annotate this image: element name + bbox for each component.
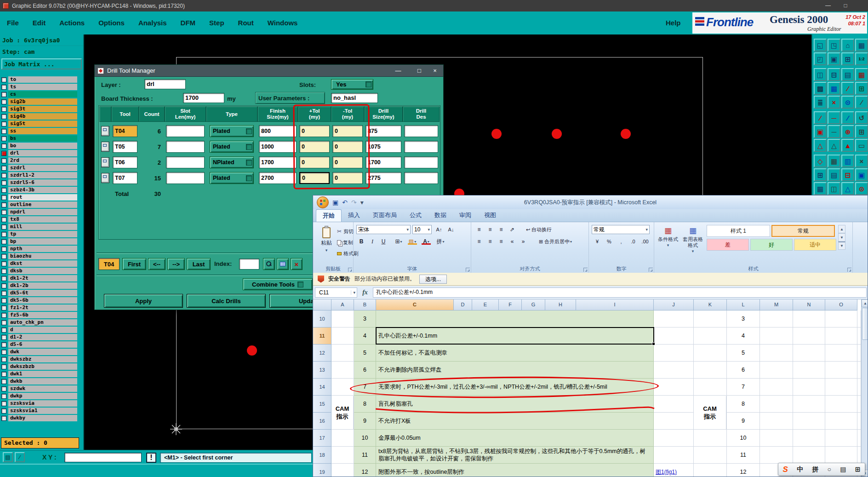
layer-row-d[interactable]: d [0,326,84,333]
plus-tol-input[interactable]: 0 [299,125,330,137]
cell-O16[interactable] [825,413,857,430]
gallery-more-icon[interactable]: ▼ [838,241,845,250]
calc-drills-button[interactable]: Calc Drills [187,294,266,308]
line-red-button[interactable]: ─ [828,111,840,124]
layer-row-drl[interactable]: drl [0,149,84,157]
zoom-ratio-button[interactable]: 1:2 [855,52,868,65]
layer-row-to[interactable]: to [0,76,84,83]
layer-row-dwkb[interactable]: dwkb [0,378,84,385]
tool-id-cell[interactable]: T06 [113,156,137,168]
layer-select-box[interactable] [1,188,6,193]
layer-select-box[interactable] [1,247,6,252]
apply-button[interactable]: Apply [104,294,183,308]
cell-B18[interactable]: 11 [354,447,376,464]
expand-tool-button[interactable] [101,126,109,136]
pinyin-icon[interactable]: 拼 [812,466,818,472]
layer-select-box[interactable] [1,305,6,310]
cell-J19[interactable]: 图1(fig1) [654,464,694,477]
tool-id-cell[interactable]: T04 [113,125,137,137]
layer-row-outline[interactable]: outline [0,201,84,208]
triangle-button[interactable]: △ [828,139,840,152]
fill-color-button[interactable]: ▨▾ [406,237,419,246]
slots-dropdown[interactable]: Yes [331,79,373,90]
layer-select-box[interactable] [1,99,6,104]
type-dropdown[interactable]: Plated [210,172,254,184]
split2-button[interactable]: ◫ [828,182,840,195]
lang-mode-icon[interactable]: 中 [797,466,803,472]
cell-J18[interactable] [654,447,694,464]
layer-row-2rd[interactable]: 2rd [0,157,84,164]
layer-row-dwk[interactable]: dwk [0,348,84,356]
layer-row-dk1-2t[interactable]: dk1-2t [0,275,84,282]
cell-B16[interactable]: 9 [354,413,376,430]
find-tool-button[interactable] [263,258,275,270]
close-button[interactable]: × [855,155,868,167]
cell-L11[interactable]: 4 [727,328,760,345]
style-bad[interactable]: 差 [707,239,749,251]
tool-id-cell[interactable]: T07 [113,172,137,184]
fullwidth-icon[interactable]: ○ [828,466,831,472]
layer-select-box[interactable] [1,379,6,384]
column-header-C[interactable]: C [376,299,454,310]
layer-select-box[interactable] [1,328,6,333]
row-header-15[interactable]: 15 [313,396,331,413]
align-right-button[interactable]: ≡ [496,237,506,246]
layer-select-box[interactable] [1,114,6,119]
layer-select-box[interactable] [1,144,6,149]
cell-B14[interactable]: 7 [354,379,376,396]
panel-view-button[interactable]: ◰ [814,52,827,65]
expand-tool-button[interactable] [101,142,109,152]
user-parameters-button[interactable]: User Parameters : [255,92,325,104]
menu-icon[interactable]: ▤ [840,466,846,472]
rule-button[interactable]: ─ [828,125,840,138]
layer-row-dwk1[interactable]: dwk1 [0,370,84,378]
drill-size-input[interactable]: 1700 [365,156,401,168]
cell-L15[interactable]: 8 [727,396,760,413]
layer-row-dwkp[interactable]: dwkp [0,392,84,400]
cell-B11[interactable]: 4 [354,328,376,345]
tab-view[interactable]: 视图 [478,209,503,222]
cell-B17[interactable]: 10 [354,430,376,447]
cell-C19[interactable]: 附图外形不一致，按outline层制作 [376,464,654,477]
cell-J17[interactable] [654,430,694,447]
cell-J13[interactable] [654,362,694,379]
orientation-button[interactable]: ⇗ [507,225,517,234]
drill-des-input[interactable] [404,141,438,153]
column-header-F[interactable]: F [499,299,522,310]
column-header-E[interactable]: E [472,299,499,310]
row-header-11[interactable]: 11 [313,328,331,345]
cell-O14[interactable] [825,379,857,396]
layer-row-rout[interactable]: rout [0,194,84,201]
scroll-up-icon[interactable]: ▲ [862,299,868,307]
layer-select-box[interactable] [1,386,6,391]
menu-item-options[interactable]: Options [91,11,131,34]
list-button[interactable]: ≣ [814,96,827,109]
first-tool-button[interactable]: First [122,258,146,270]
font-name-combo[interactable]: 宋体▾ [356,225,411,234]
cell-C11[interactable]: 孔中心距公差+/-0.1mm [376,328,654,345]
layer-select-box[interactable] [1,298,6,303]
cell-J10[interactable] [654,310,694,328]
layer-row-sig4b[interactable]: sig4b [0,113,84,120]
list-button[interactable]: ▤ [3,452,13,462]
cell-L14[interactable]: 7 [727,379,760,396]
cell-M15[interactable] [760,396,793,413]
layer-row-dwkby[interactable]: dwkby [0,414,84,422]
keyboard-icon[interactable]: ⊞ [855,466,861,472]
cell-L19[interactable]: 12 [727,464,760,477]
redo-icon[interactable]: ↷ [351,197,357,207]
clipboard-launcher-icon[interactable] [348,268,352,272]
layer-select-box[interactable] [1,151,6,156]
layer-select-box[interactable] [1,129,6,134]
job-matrix-button[interactable]: Job Matrix ... [1,58,82,69]
cell-L10[interactable]: 3 [727,310,760,328]
minus-tol-input[interactable]: 0 [332,172,363,184]
row-header-10[interactable]: 10 [313,310,331,328]
minus-tol-input[interactable]: 0 [332,141,363,153]
cell-K14[interactable] [694,379,727,396]
combine-tools-button[interactable]: Combine Tools [243,278,313,290]
cell-N18[interactable] [793,447,825,464]
layer-select-box[interactable] [1,364,6,369]
table-view-button[interactable] [277,258,289,270]
undo-icon[interactable]: ↶ [342,197,348,207]
